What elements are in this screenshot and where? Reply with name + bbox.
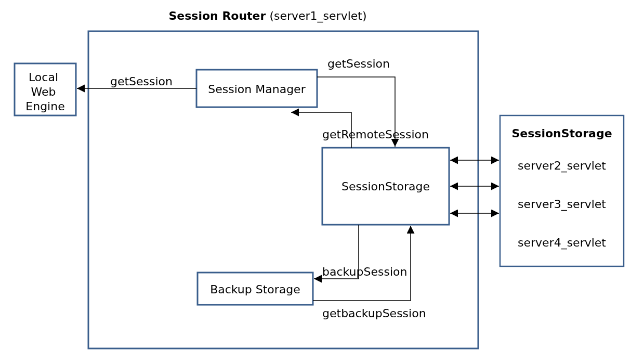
session-manager-label: Session Manager	[208, 83, 306, 96]
edge-getbackupsession-label: getbackupSession	[322, 307, 426, 320]
session-storage-outer-title: SessionStorage	[511, 127, 612, 140]
session-storage-outer-item-1: server3_servlet	[518, 198, 606, 211]
session-storage-outer-item-2: server4_servlet	[518, 236, 606, 250]
edge-getremotesession-label: getRemoteSession	[322, 128, 429, 141]
local-web-engine-label: Local Web Engine	[25, 71, 64, 113]
architecture-diagram: Session Router (server1_servlet) Local W…	[0, 0, 644, 362]
backup-storage-label: Backup Storage	[210, 283, 300, 296]
session-storage-inner-label: SessionStorage	[341, 180, 430, 193]
edge-getsession-left-label: getSession	[110, 75, 173, 88]
edge-getsession-right-label: getSession	[327, 57, 390, 70]
edge-backupsession-label: backupSession	[322, 265, 407, 278]
diagram-title: Session Router (server1_servlet)	[168, 9, 366, 23]
session-storage-outer-item-0: server2_servlet	[518, 159, 606, 173]
